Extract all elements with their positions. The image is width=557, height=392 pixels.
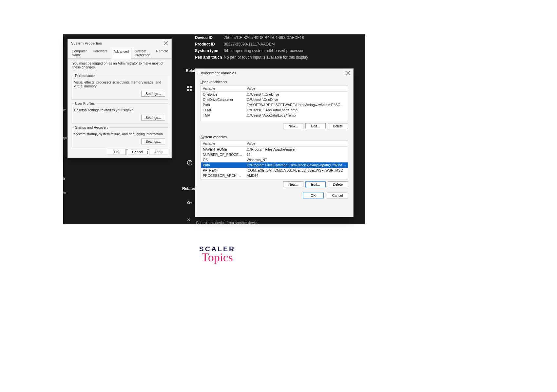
performance-legend: Performance	[74, 74, 96, 78]
admin-note: You must be logged on as an Administrato…	[68, 59, 171, 72]
svg-rect-0	[187, 86, 189, 88]
apply-button[interactable]: Apply	[149, 149, 168, 155]
var-value: C:\Program Files\Common Files\Oracle\Jav…	[245, 163, 348, 167]
svg-text:?: ?	[189, 161, 191, 164]
cancel-button[interactable]: Cancel	[128, 149, 147, 155]
table-row[interactable]: OneDriveC:\Users\ '.\OneDrive	[201, 92, 348, 97]
table-row[interactable]: TEMPC:\Users\. '.\AppData\Local\Temp	[201, 107, 348, 113]
cancel-button[interactable]: Cancel	[327, 193, 348, 198]
info-value: 756557CF-B265-49D8-B42B-14900CAFCF18	[224, 35, 304, 40]
var-name: OS	[201, 158, 245, 162]
close-icon[interactable]	[345, 71, 350, 75]
logo-line2: Topics	[196, 252, 239, 263]
table-row[interactable]: PROCESSOR_ARCHITECTUREAMD64	[201, 173, 348, 178]
settings-background: Device ID756557CF-B265-49D8-B42B-14900CA…	[63, 34, 365, 224]
var-name: NUMBER_OF_PROCESSORS	[201, 152, 245, 157]
info-label: Pen and touch	[195, 55, 224, 60]
info-value: 64-bit operating system, x64-based proce…	[224, 48, 303, 53]
ok-button[interactable]: OK	[303, 193, 324, 198]
help-icon[interactable]: ?	[187, 160, 193, 166]
col-value[interactable]: Value	[245, 140, 257, 146]
sys-delete-button[interactable]: Delete	[328, 181, 348, 187]
table-row[interactable]: OneDriveConsumerC:\Users\ '\OneDrive	[201, 97, 348, 102]
sys-new-button[interactable]: New...	[283, 181, 303, 187]
profiles-desc: Desktop settings related to your sign-in	[74, 108, 165, 112]
col-variable[interactable]: Variable	[201, 140, 245, 146]
var-value: C:\Users\ '\OneDrive	[245, 97, 348, 102]
info-label: Device ID	[195, 35, 224, 40]
user-profiles-group: User Profiles Desktop settings related t…	[71, 102, 168, 123]
startup-settings-button[interactable]: Settings...	[141, 139, 165, 144]
var-name: OneDrive	[201, 92, 245, 97]
var-value: C:\Program Files\Apache\maven	[245, 147, 348, 152]
tab-hardware[interactable]: Hardware	[90, 47, 110, 58]
related-heading: Related	[182, 186, 196, 191]
var-name: TEMP	[201, 108, 245, 112]
environment-variables-dialog: Environment Variables UUser variables fo…	[195, 68, 354, 217]
startup-desc: System startup, system failure, and debu…	[74, 132, 165, 136]
var-value: C:\Users\. '.\AppData\Local\Temp	[245, 108, 348, 112]
var-value: Intel64 Family 6 Model 158 Stepping 10, …	[245, 178, 348, 179]
table-row[interactable]: TMPC:\Users\ '\AppData\Local\Temp	[201, 113, 348, 118]
info-value: No pen or touch input is available for t…	[224, 55, 308, 60]
var-name: OneDriveConsumer	[201, 97, 245, 102]
tab-remote[interactable]: Remote	[154, 47, 171, 58]
performance-group: Performance Visual effects, processor sc…	[71, 74, 168, 100]
dialog-title: System Properties	[71, 41, 102, 45]
startup-legend: Startup and Recovery	[74, 125, 109, 129]
user-variables-table[interactable]: Variable Value OneDriveC:\Users\ '.\OneD…	[201, 85, 348, 121]
remote-control-text: Control this device from another device	[196, 221, 259, 225]
col-variable[interactable]: Variable	[201, 85, 245, 91]
system-vars-label: System variables	[195, 132, 353, 140]
ok-button[interactable]: OK	[107, 149, 126, 155]
var-name: MAVEN_HOME	[201, 147, 245, 152]
table-row[interactable]: PathE:\SOFTWARE;E:\SOFTWARE\Library\ming…	[201, 102, 348, 107]
tab-computer-name[interactable]: Computer Name	[69, 47, 89, 58]
svg-rect-3	[190, 89, 192, 91]
cropped-sidebar-text: rrgeitte	[63, 103, 67, 199]
sys-edit-button[interactable]: Edit...	[305, 181, 326, 187]
var-name: Path	[201, 103, 245, 107]
table-row[interactable]: PATHEXT.COM;.EXE;.BAT;.CMD;.VBS;.VBE;.JS…	[201, 168, 348, 173]
sync-icon[interactable]: ✕	[187, 217, 193, 223]
table-row[interactable]: PathC:\Program Files\Common Files\Oracle…	[201, 162, 348, 168]
table-row[interactable]: OSWindows_NT	[201, 157, 348, 162]
close-icon[interactable]	[163, 41, 168, 46]
user-edit-button[interactable]: Edit...	[305, 123, 326, 129]
table-row[interactable]: MAVEN_HOMEC:\Program Files\Apache\maven	[201, 147, 348, 152]
tabs: Computer Name Hardware Advanced System P…	[68, 47, 171, 59]
table-row[interactable]: PROCESSOR_IDENTIFIERIntel64 Family 6 Mod…	[201, 178, 348, 179]
var-name: Path	[201, 163, 245, 167]
var-value: E:\SOFTWARE;E:\SOFTWARE\Library\mingw-w6…	[245, 103, 348, 107]
system-variables-table[interactable]: Variable Value MAVEN_HOMEC:\Program File…	[201, 140, 348, 179]
scaler-topics-logo: SCALER Topics	[196, 245, 239, 263]
user-vars-label: UUser variables forser variables for	[195, 77, 353, 84]
var-name: PROCESSOR_ARCHITECTURE	[201, 173, 245, 178]
profiles-legend: User Profiles	[74, 102, 96, 105]
var-name: PROCESSOR_IDENTIFIER	[201, 178, 245, 179]
col-value[interactable]: Value	[245, 85, 257, 91]
svg-rect-2	[187, 89, 189, 91]
tab-protection[interactable]: System Protection	[132, 47, 153, 58]
var-name: PATHEXT	[201, 168, 245, 173]
var-value: 12	[245, 152, 348, 157]
var-value: C:\Users\ '.\OneDrive	[245, 92, 348, 97]
table-row[interactable]: NUMBER_OF_PROCESSORS12	[201, 152, 348, 157]
performance-settings-button[interactable]: Settings...	[141, 91, 165, 97]
user-delete-button[interactable]: Delete	[328, 123, 348, 129]
grid-icon[interactable]	[187, 85, 193, 91]
var-value: C:\Users\ '\AppData\Local\Temp	[245, 113, 348, 118]
var-value: Windows_NT	[245, 158, 348, 162]
key-icon[interactable]	[187, 200, 193, 206]
system-properties-dialog: System Properties Computer Name Hardware…	[67, 39, 172, 158]
dialog-title: Environment Variables	[199, 71, 236, 75]
profiles-settings-button[interactable]: Settings...	[141, 115, 165, 121]
tab-advanced[interactable]: Advanced	[111, 48, 132, 59]
device-specs: Device ID756557CF-B265-49D8-B42B-14900CA…	[195, 34, 365, 61]
var-value: .COM;.EXE;.BAT;.CMD;.VBS;.VBE;.JS;.JSE;.…	[245, 168, 348, 173]
startup-group: Startup and Recovery System startup, sys…	[71, 125, 168, 147]
user-new-button[interactable]: New...	[283, 123, 303, 129]
info-label: System type	[195, 48, 224, 53]
var-value: AMD64	[245, 173, 348, 178]
performance-desc: Visual effects, processor scheduling, me…	[74, 80, 165, 88]
